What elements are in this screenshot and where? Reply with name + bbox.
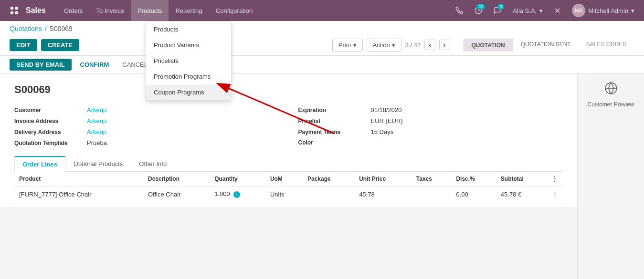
quantity-info-icon[interactable]: i	[233, 191, 240, 198]
fields-left: Customer Arkeup Invoice Address Arkeup D…	[14, 104, 279, 148]
col-uom: UoM	[265, 172, 303, 186]
field-invoice-addr: Invoice Address Arkeup	[14, 115, 279, 126]
activity-icon[interactable]: 20	[471, 3, 486, 18]
action-chevron: ▾	[392, 41, 395, 49]
pagination: 3 / 42 ‹ ›	[405, 40, 450, 50]
phone-icon[interactable]	[452, 3, 467, 18]
print-chevron: ▾	[353, 41, 357, 49]
prev-page-button[interactable]: ‹	[424, 40, 435, 50]
tab-order-lines[interactable]: Order Lines	[14, 156, 65, 172]
field-customer-value[interactable]: Arkeup	[87, 106, 106, 114]
customer-preview-label: Customer Preview	[587, 101, 634, 108]
message-icon[interactable]: 9	[490, 3, 505, 18]
dd-product-variants[interactable]: Product Variants	[146, 37, 231, 53]
secondary-bar: SEND BY EMAIL CONFIRM CANCEL	[0, 56, 644, 74]
breadcrumb-bar: Quotations / S00069 EDIT CREATE Print ▾ …	[0, 21, 644, 56]
company-chevron: ▾	[539, 7, 543, 14]
doc-number: S00069	[14, 83, 563, 96]
field-price-label: Pricelist	[298, 118, 365, 124]
breadcrumb-sep: /	[45, 25, 47, 32]
field-invoice-value[interactable]: Arkeup	[87, 117, 106, 124]
field-customer: Customer Arkeup	[14, 104, 279, 115]
app-name: Sales	[26, 6, 46, 15]
create-button[interactable]: CREATE	[41, 39, 79, 51]
globe-icon	[604, 82, 618, 97]
user-menu[interactable]: MA Mitchell Admin ▾	[568, 4, 638, 17]
col-product: Product	[14, 172, 143, 186]
close-icon[interactable]: ✕	[550, 6, 564, 15]
doc-area: S00069 Customer Arkeup Invoice Address A…	[0, 74, 577, 279]
nav-reporting[interactable]: Reporting	[169, 0, 209, 21]
customer-preview-sidebar[interactable]: Customer Preview	[577, 74, 644, 279]
cell-subtotal: 45.78 €	[496, 186, 547, 202]
nav-links: Orders To Invoice Products Reporting Con…	[57, 0, 452, 21]
status-tabs: QUOTATION QUOTATION SENT SALES ORDER	[464, 38, 634, 52]
cell-disc: 0.00	[451, 186, 496, 202]
field-template-value: Prueba	[87, 139, 107, 146]
dd-promotion-programs[interactable]: Promotion Programs	[146, 69, 231, 84]
cell-taxes	[412, 186, 452, 202]
cell-row-more[interactable]: ⋮	[547, 186, 563, 202]
col-unit-price: Unit Price	[354, 172, 412, 186]
field-customer-label: Customer	[14, 107, 81, 114]
nav-configuration[interactable]: Configuration	[209, 0, 259, 21]
quantity-value: 1.000	[214, 190, 230, 197]
dd-products[interactable]: Products	[146, 21, 231, 37]
action-button[interactable]: Action ▾	[367, 39, 401, 52]
action-bar: EDIT CREATE Print ▾ Action ▾ 3 / 42 ‹ › …	[10, 35, 634, 55]
breadcrumb-parent[interactable]: Quotations	[10, 25, 42, 32]
print-label: Print	[338, 41, 351, 49]
nav-products[interactable]: Products	[131, 0, 169, 21]
field-expiration: Expiration 01/18/2020	[298, 104, 563, 115]
col-package: Package	[303, 172, 354, 186]
field-color: Color	[298, 137, 563, 148]
nav-toinvoice[interactable]: To Invoice	[90, 0, 131, 21]
dd-coupon-programs[interactable]: Coupon Programs	[146, 84, 231, 100]
confirm-button[interactable]: CONFIRM	[75, 59, 114, 71]
field-delivery-addr: Delivery Address Arkeup	[14, 126, 279, 137]
field-delivery-value[interactable]: Arkeup	[87, 128, 106, 135]
company-selector[interactable]: Alia S.A. ▾	[509, 7, 547, 14]
field-color-label: Color	[298, 139, 365, 146]
cell-description: Office Chair	[143, 186, 210, 202]
svg-rect-2	[11, 11, 13, 14]
print-button[interactable]: Print ▾	[332, 39, 363, 52]
order-tabs: Order Lines Optional Products Other Info	[14, 156, 563, 172]
tab-other-info[interactable]: Other Info	[131, 156, 175, 172]
svg-rect-0	[11, 7, 13, 10]
col-subtotal: Subtotal	[496, 172, 547, 186]
products-dropdown-menu: Products Product Variants Pricelists Pro…	[146, 21, 232, 101]
cell-product: [FURN_7777] Office Chair	[14, 186, 143, 202]
tab-quotation[interactable]: QUOTATION	[464, 39, 513, 52]
grid-icon[interactable]	[6, 0, 23, 21]
user-chevron: ▾	[631, 7, 634, 14]
cell-unit-price: 45.78	[354, 186, 412, 202]
field-exp-label: Expiration	[298, 107, 365, 114]
col-disc: Disc.%	[451, 172, 496, 186]
cell-package	[303, 186, 354, 202]
tab-optional-products[interactable]: Optional Products	[65, 156, 131, 172]
dd-pricelists[interactable]: Pricelists	[146, 53, 231, 69]
doc-card: S00069 Customer Arkeup Invoice Address A…	[0, 74, 577, 207]
field-quotation-template: Quotation Template Prueba	[14, 137, 279, 148]
tab-quotation-sent[interactable]: QUOTATION SENT	[513, 38, 579, 52]
table-row[interactable]: [FURN_7777] Office Chair Office Chair 1.…	[14, 186, 563, 202]
col-description: Description	[143, 172, 210, 186]
field-payment-label: Payment Terms	[298, 129, 365, 135]
fields-right: Expiration 01/18/2020 Pricelist EUR (EUR…	[298, 104, 563, 148]
send-by-email-button[interactable]: SEND BY EMAIL	[10, 59, 72, 71]
company-name: Alia S.A.	[513, 7, 537, 14]
field-pricelist: Pricelist EUR (EUR)	[298, 115, 563, 126]
svg-rect-3	[15, 11, 18, 14]
nav-orders[interactable]: Orders	[57, 0, 90, 21]
field-template-label: Quotation Template	[14, 140, 81, 146]
cell-uom: Units	[265, 186, 303, 202]
edit-button[interactable]: EDIT	[10, 39, 37, 51]
next-page-button[interactable]: ›	[439, 40, 450, 50]
field-delivery-label: Delivery Address	[14, 129, 81, 135]
field-payment-value: 15 Days	[371, 128, 394, 135]
tab-sales-order[interactable]: SALES ORDER	[579, 38, 634, 52]
action-label: Action	[373, 41, 390, 49]
field-price-value: EUR (EUR)	[371, 117, 403, 124]
message-badge: 9	[497, 4, 504, 10]
